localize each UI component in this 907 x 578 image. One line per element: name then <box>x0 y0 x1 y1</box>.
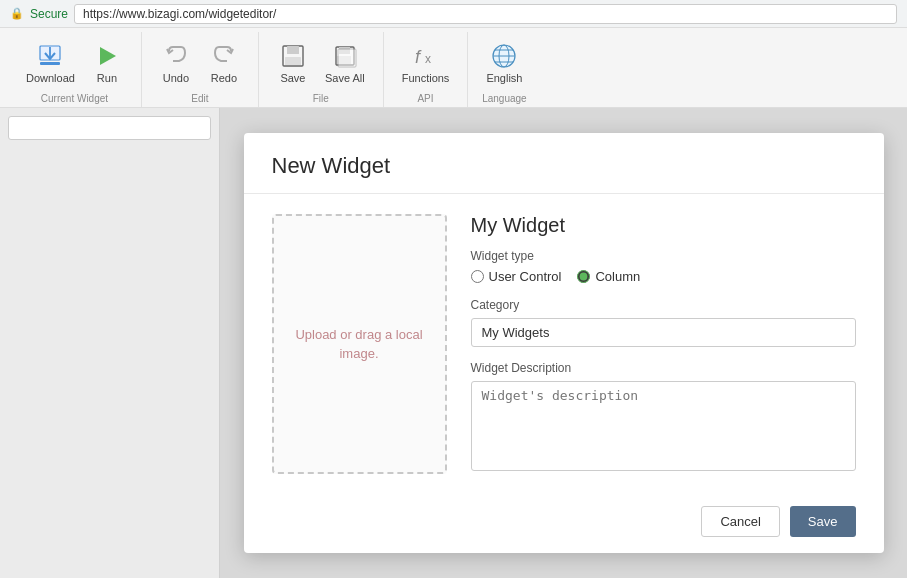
save-button[interactable]: Save <box>271 38 315 88</box>
run-label: Run <box>97 72 117 84</box>
english-label: English <box>486 72 522 84</box>
save-label: Save <box>280 72 305 84</box>
category-label: Category <box>471 298 856 312</box>
widget-type-radio-group: User Control Column <box>471 269 856 284</box>
url-bar[interactable]: https://www.bizagi.com/widgeteditor/ <box>74 4 897 24</box>
toolbar: Download Run Current Widget <box>0 28 907 108</box>
svg-rect-6 <box>285 57 301 65</box>
save-all-icon <box>331 42 359 70</box>
svg-rect-2 <box>40 62 60 65</box>
functions-button[interactable]: f x Functions <box>396 38 456 88</box>
dialog-title: New Widget <box>272 153 856 179</box>
english-button[interactable]: English <box>480 38 528 88</box>
toolbar-group-label-edit: Edit <box>191 93 208 107</box>
save-dialog-button[interactable]: Save <box>790 506 856 537</box>
redo-button[interactable]: Redo <box>202 38 246 88</box>
functions-icon: f x <box>412 42 440 70</box>
toolbar-group-language: English Language <box>468 32 540 107</box>
dialog-form: My Widget Widget type User Control Colum… <box>471 214 856 474</box>
save-icon <box>279 42 307 70</box>
dialog-footer: Cancel Save <box>244 494 884 553</box>
svg-rect-5 <box>287 46 299 54</box>
sidebar <box>0 108 220 578</box>
toolbar-group-label-current-widget: Current Widget <box>41 93 108 107</box>
radio-column[interactable]: Column <box>577 269 640 284</box>
toolbar-group-label-api: API <box>417 93 433 107</box>
radio-column-input[interactable] <box>577 270 590 283</box>
svg-text:f: f <box>415 47 422 67</box>
widget-type-label: Widget type <box>471 249 856 263</box>
description-textarea[interactable] <box>471 381 856 471</box>
toolbar-group-edit: Undo Redo Edit <box>142 32 259 107</box>
download-label: Download <box>26 72 75 84</box>
undo-button[interactable]: Undo <box>154 38 198 88</box>
svg-rect-10 <box>338 49 356 67</box>
cancel-button[interactable]: Cancel <box>701 506 779 537</box>
image-upload-area[interactable]: Upload or drag a local image. <box>272 214 447 474</box>
toolbar-group-api: f x Functions API <box>384 32 469 107</box>
functions-label: Functions <box>402 72 450 84</box>
save-all-button[interactable]: Save All <box>319 38 371 88</box>
secure-icon: 🔒 <box>10 7 24 20</box>
image-upload-text: Upload or drag a local image. <box>274 313 445 376</box>
toolbar-group-current-widget: Download Run Current Widget <box>8 32 142 107</box>
undo-label: Undo <box>163 72 189 84</box>
radio-user-control-label: User Control <box>489 269 562 284</box>
run-icon <box>93 42 121 70</box>
dialog-header: New Widget <box>244 133 884 194</box>
new-widget-dialog: New Widget Upload or drag a local image.… <box>244 133 884 553</box>
secure-label: Secure <box>30 7 68 21</box>
save-all-label: Save All <box>325 72 365 84</box>
undo-icon <box>162 42 190 70</box>
radio-column-label: Column <box>595 269 640 284</box>
toolbar-group-file: Save Save All File <box>259 32 384 107</box>
redo-icon <box>210 42 238 70</box>
redo-label: Redo <box>211 72 237 84</box>
dialog-body: Upload or drag a local image. My Widget … <box>244 194 884 494</box>
category-input[interactable] <box>471 318 856 347</box>
run-button[interactable]: Run <box>85 38 129 88</box>
description-label: Widget Description <box>471 361 856 375</box>
content-area: New Widget Upload or drag a local image.… <box>220 108 907 578</box>
radio-user-control-input[interactable] <box>471 270 484 283</box>
main-area: New Widget Upload or drag a local image.… <box>0 108 907 578</box>
download-icon <box>36 42 64 70</box>
toolbar-group-label-language: Language <box>482 93 527 107</box>
toolbar-group-label-file: File <box>313 93 329 107</box>
widget-name-display: My Widget <box>471 214 856 237</box>
radio-user-control[interactable]: User Control <box>471 269 562 284</box>
sidebar-search-input[interactable] <box>8 116 211 140</box>
globe-icon <box>490 42 518 70</box>
download-button[interactable]: Download <box>20 38 81 88</box>
dialog-overlay: New Widget Upload or drag a local image.… <box>220 108 907 578</box>
browser-bar: 🔒 Secure https://www.bizagi.com/widgeted… <box>0 0 907 28</box>
svg-marker-3 <box>100 47 116 65</box>
svg-text:x: x <box>425 52 431 66</box>
